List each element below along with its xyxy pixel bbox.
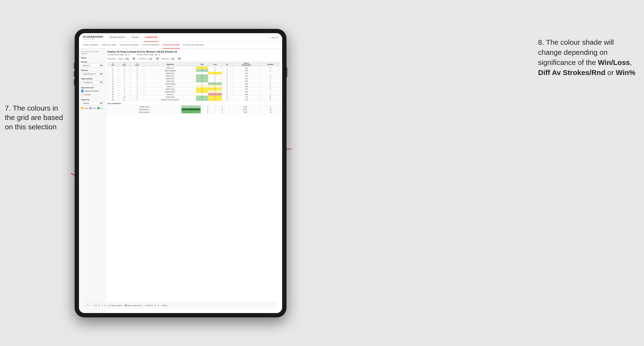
region-select[interactable]: (All)	[124, 57, 136, 60]
out-of-division-table: Foreign Team 1 0 0 4.500 2 NAIA Division…	[107, 105, 280, 114]
col-conf: #Conf	[130, 62, 144, 67]
settings1-icon[interactable]: ⊡	[154, 304, 156, 307]
annotation-right-text3: or	[605, 69, 616, 76]
table-row: 20117 Federica Domecq Lacroze 2 1 0 1.33…	[108, 98, 280, 101]
refresh-icon[interactable]: ⟳	[104, 304, 106, 307]
annotation-left: 7. The colours in the grid are based on …	[5, 103, 70, 132]
division-record-value: 331 - 34 - 6	[150, 54, 160, 56]
division-record-label: Division Record:	[137, 54, 150, 56]
col-loss: Loss	[208, 62, 222, 67]
player-section: Player	[81, 57, 103, 59]
last-updated: Last Updated: 27/03/2024 16:55:38	[81, 50, 103, 55]
annotation-right-bold3: Win%	[616, 69, 635, 76]
out-of-division-label: Out of division	[107, 102, 280, 105]
last-updated-time: 16:55:38	[81, 53, 87, 55]
main-content: Last Updated: 27/03/2024 16:55:38 Player…	[79, 49, 282, 313]
overall-record-row: Overall Record: 353 - 34 - 6 Division Re…	[107, 54, 280, 56]
undo-icon[interactable]: ↩	[86, 304, 88, 307]
table-row: 19106 Emily Chang 4 1 0 0.30 11	[108, 96, 280, 98]
radio-top100[interactable]: Top 100	[81, 93, 103, 96]
col-div: #Div	[108, 62, 118, 67]
app-header: SCOREBOARD Powered by clippd TOURNAMENTS…	[79, 33, 282, 42]
side-button-left2	[74, 71, 75, 77]
gender-label: Gender	[81, 61, 103, 63]
annotation-left-line3: on this selection	[5, 123, 56, 131]
nav-tab-committee[interactable]: COMMITTEE	[144, 33, 159, 42]
copy-icon[interactable]: ⊞	[95, 304, 97, 307]
nav-tab-teams[interactable]: TEAMS	[130, 33, 140, 42]
sign-out-link[interactable]: Sign out	[271, 36, 278, 38]
annotation-left-line2: the grid are based	[5, 114, 63, 121]
save-icon: 💾	[125, 305, 127, 307]
side-button-left1	[74, 62, 75, 69]
overall-record: Overall Record: 353 - 34 - 6	[107, 54, 130, 56]
region-label: Region	[118, 58, 123, 60]
table-row: 311 Esther Lee 1 0 1 1.50 4	[108, 67, 280, 69]
side-button-left3	[74, 79, 75, 85]
opponent-view-section: Opponent view Opponents Played Top 100	[81, 87, 103, 96]
table-row: NAIA Division 1 15 0 0 9.267 30	[108, 108, 280, 111]
nav-tab-tournaments[interactable]: TOURNAMENTS	[108, 33, 126, 42]
division-label: Division	[81, 69, 103, 71]
annotation-left-line1: 7. The colours in	[5, 104, 58, 112]
conference-select[interactable]: (All)	[148, 57, 160, 60]
redo-icon[interactable]: ↪	[92, 304, 94, 307]
overall-record-label: Overall Record:	[107, 54, 120, 56]
table-row: 1585 Stella Cheng 1 1 0 1.25 4	[108, 88, 280, 90]
legend-label-down: Down	[84, 108, 88, 109]
subnav-player-summary[interactable]: PLAYER SUMMARY	[142, 42, 160, 49]
opponent-filter-group: Opponent (All)	[162, 57, 182, 60]
save-custom-btn[interactable]: 💾 Save Custom View	[125, 305, 142, 307]
gender-section: Gender Women's	[81, 61, 103, 67]
legend-dot-level	[89, 107, 92, 109]
undo2-icon[interactable]: ↩	[89, 304, 90, 307]
subnav-team-h2h-grid[interactable]: TEAM H2H GRID	[101, 42, 116, 49]
opponent-select[interactable]: (All)	[170, 57, 182, 60]
subnav-player-h2h-heatmap[interactable]: PLAYER H2H HEATMAP	[183, 42, 204, 49]
share-btn[interactable]: ↗ Share	[161, 305, 167, 307]
division-select[interactable]: NCAA Division III	[81, 72, 103, 76]
table-row: Foreign Team 1 0 0 4.500 2	[108, 106, 280, 108]
subnav-player-h2h-grid[interactable]: PLAYER H2H GRID	[162, 42, 180, 49]
paste-icon[interactable]: ⊡	[98, 304, 100, 307]
sub-nav: TEAM SUMMARY TEAM H2H GRID TEAM H2H HEAT…	[79, 42, 282, 49]
grid-title: Katelyn Vo Head-to-Head Grid for Women's…	[107, 50, 280, 53]
watch-btn[interactable]: 👁 Watch ▾	[145, 305, 153, 307]
subnav-team-summary[interactable]: TEAM SUMMARY	[83, 42, 98, 49]
col-rounds: Rounds	[260, 62, 280, 67]
table-row: NCAA Division 2 5 0 0 7.400 10	[108, 111, 280, 114]
legend-label-up: Up	[101, 108, 102, 109]
legend-row: Down Level Up	[81, 107, 103, 109]
radio-opponents-played[interactable]: Opponents Played	[81, 89, 103, 93]
table-row: 914 Sharon Mun 1 0 0 3.67 3	[108, 75, 280, 77]
nav-tabs: TOURNAMENTS TEAMS COMMITTEE	[108, 33, 269, 42]
view-original-btn[interactable]: ⊞ View: Original	[109, 305, 122, 307]
conference-filter-group: Conference (All)	[138, 57, 159, 60]
opponent-label: Opponent	[162, 58, 169, 60]
division-section: Division NCAA Division III	[81, 69, 103, 76]
last-updated-label: Last Updated: 27/03/2024	[81, 51, 99, 52]
legend-label-level: Level	[93, 108, 96, 109]
subnav-team-h2h-heatmap[interactable]: TEAM H2H HEATMAP	[120, 42, 139, 49]
header-separator: |	[269, 36, 270, 38]
legend-dot-up	[97, 107, 100, 109]
table-row: 633 Sydney Kuo 0 1 0 -1.00	[108, 72, 280, 75]
player-rank-select[interactable]: 8. Katelyn Vo	[81, 81, 103, 84]
col-opponent: Opponent	[144, 62, 196, 67]
colour-by-select[interactable]: Win/loss	[81, 101, 103, 105]
bottom-toolbar: ↩ ↩ ↪ ⊞ ⊡ ↩ ⟳ ⊞ View: Original 💾 Save Cu…	[83, 302, 278, 309]
gender-select[interactable]: Women's	[81, 64, 103, 67]
settings2-icon[interactable]: ⊞	[158, 304, 159, 307]
colour-by-label: Colour by	[81, 99, 103, 101]
table-row: 1063 Andrea York 2 0 0 4.00 4	[108, 77, 280, 80]
overall-record-value: 353 - 34 - 6	[120, 54, 130, 56]
logo-text: SCOREBOARD	[83, 35, 103, 38]
table-row: 1631 Jessica Mason 1 2 0 -0.94	[108, 90, 280, 93]
left-panel: Last Updated: 27/03/2024 16:55:38 Player…	[79, 49, 106, 313]
side-button-right	[286, 67, 287, 77]
filters-row: Opponents: Region (All) Conference (All)	[107, 57, 280, 60]
undo3-icon[interactable]: ↩	[101, 304, 103, 307]
right-panel: Katelyn Vo Head-to-Head Grid for Women's…	[106, 49, 282, 313]
logo-sub: Powered by clippd	[83, 38, 103, 40]
tablet-frame: SCOREBOARD Powered by clippd TOURNAMENTS…	[75, 29, 286, 317]
